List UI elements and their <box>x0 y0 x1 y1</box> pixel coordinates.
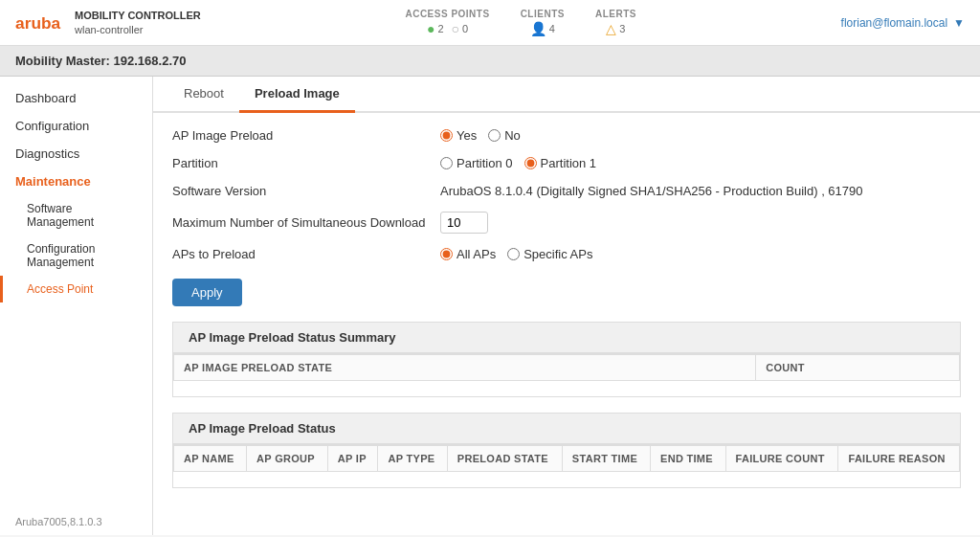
svg-text:aruba: aruba <box>15 13 61 33</box>
software-version-field: ArubaOS 8.1.0.4 (Digitally Signed SHA1/S… <box>440 184 863 198</box>
tab-preload-image[interactable]: Preload Image <box>239 77 355 113</box>
radio-no[interactable]: No <box>488 128 521 143</box>
summary-table-header-row: AP IMAGE PRELOAD STATE COUNT <box>174 355 960 381</box>
radio-specific-aps[interactable]: Specific APs <box>507 247 592 261</box>
col-ap-ip: AP IP <box>327 446 378 472</box>
sidebar-item-diagnostics[interactable]: Diagnostics <box>0 140 152 168</box>
col-ap-type: AP TYPE <box>378 446 447 472</box>
clients-stat: CLIENTS 👤 4 <box>521 9 565 36</box>
summary-table: AP IMAGE PRELOAD STATE COUNT <box>173 354 960 381</box>
aps-preload-label: APs to Preload <box>172 247 440 261</box>
sidebar-item-dashboard[interactable]: Dashboard <box>0 84 152 112</box>
sidebar-item-access-point[interactable]: Access Point <box>0 276 152 302</box>
tabs: Reboot Preload Image <box>153 77 980 113</box>
chevron-down-icon: ▼ <box>953 16 965 30</box>
max-downloads-row: Maximum Number of Simultaneous Download <box>172 212 961 234</box>
col-ap-name: AP NAME <box>174 446 247 472</box>
summary-col-state: AP IMAGE PRELOAD STATE <box>174 355 756 381</box>
clients-icon: 👤 <box>530 21 546 36</box>
software-version-value: ArubaOS 8.1.0.4 (Digitally Signed SHA1/S… <box>440 184 863 198</box>
radio-no-input[interactable] <box>488 129 501 142</box>
radio-yes[interactable]: Yes <box>440 128 477 143</box>
sidebar-version: Aruba7005,8.1.0.3 <box>0 508 152 535</box>
col-start-time: START TIME <box>562 446 650 472</box>
sidebar-item-configuration[interactable]: Configuration <box>0 112 152 140</box>
radio-all-aps[interactable]: All APs <box>440 247 496 261</box>
max-downloads-label: Maximum Number of Simultaneous Download <box>172 215 440 230</box>
main-content: Reboot Preload Image AP Image Preload Ye… <box>153 77 980 535</box>
content-area: AP Image Preload Yes No Partition <box>153 113 980 503</box>
col-failure-count: FAILURE COUNT <box>725 446 838 472</box>
ap-image-preload-label: AP Image Preload <box>172 128 440 143</box>
aps-preload-field: All APs Specific APs <box>440 247 592 261</box>
status-section-header: AP Image Preload Status <box>172 413 961 444</box>
max-downloads-field <box>440 212 488 234</box>
logo-text: MOBILITY CONTROLLER wlan-controller <box>75 9 201 36</box>
col-preload-state: PRELOAD STATE <box>447 446 562 472</box>
partition-label: Partition <box>172 156 440 170</box>
aps-preload-row: APs to Preload All APs Specific APs <box>172 247 961 261</box>
header: aruba MOBILITY CONTROLLER wlan-controlle… <box>0 0 980 46</box>
status-table-header-row: AP NAME AP GROUP AP IP AP TYPE PRELOAD S… <box>174 446 960 472</box>
col-failure-reason: FAILURE REASON <box>838 446 960 472</box>
radio-all-aps-input[interactable] <box>440 248 453 260</box>
col-end-time: END TIME <box>651 446 726 472</box>
user-menu[interactable]: florian@flomain.local ▼ <box>841 16 965 30</box>
radio-partition1[interactable]: Partition 1 <box>524 156 597 170</box>
software-version-row: Software Version ArubaOS 8.1.0.4 (Digita… <box>172 184 961 198</box>
partition-field: Partition 0 Partition 1 <box>440 156 596 170</box>
ap-image-preload-row: AP Image Preload Yes No <box>172 128 961 143</box>
sidebar-item-config-management[interactable]: Configuration Management <box>0 235 152 276</box>
ap-online-icon: ● <box>427 21 434 36</box>
summary-col-count: COUNT <box>756 355 960 381</box>
max-downloads-input[interactable] <box>440 212 488 234</box>
summary-section-header: AP Image Preload Status Summary <box>172 322 961 353</box>
header-stats: ACCESS POINTS ● 2 ○ 0 CLIENTS 👤 4 <box>201 9 841 36</box>
status-table-container: AP NAME AP GROUP AP IP AP TYPE PRELOAD S… <box>172 444 961 488</box>
radio-partition0[interactable]: Partition 0 <box>440 156 513 170</box>
status-table: AP NAME AP GROUP AP IP AP TYPE PRELOAD S… <box>173 445 960 472</box>
apply-button[interactable]: Apply <box>172 279 242 306</box>
radio-partition1-input[interactable] <box>524 157 537 169</box>
layout: Dashboard Configuration Diagnostics Main… <box>0 77 980 535</box>
alerts-stat: ALERTS △ 3 <box>595 9 636 36</box>
tab-reboot[interactable]: Reboot <box>168 77 239 113</box>
sidebar-item-software-management[interactable]: Software Management <box>0 195 152 235</box>
sub-header: Mobility Master: 192.168.2.70 <box>0 46 980 77</box>
access-points-stat: ACCESS POINTS ● 2 ○ 0 <box>405 9 489 36</box>
col-ap-group: AP GROUP <box>247 446 328 472</box>
radio-specific-aps-input[interactable] <box>507 248 520 260</box>
ap-image-preload-field: Yes No <box>440 128 521 143</box>
software-version-label: Software Version <box>172 184 440 198</box>
ap-offline-icon: ○ <box>452 21 459 36</box>
radio-partition0-input[interactable] <box>440 157 453 169</box>
sidebar-nav: Dashboard Configuration Diagnostics Main… <box>0 84 152 302</box>
radio-yes-input[interactable] <box>440 129 453 142</box>
alerts-icon: △ <box>606 21 616 36</box>
sidebar-item-maintenance[interactable]: Maintenance <box>0 168 152 195</box>
sidebar: Dashboard Configuration Diagnostics Main… <box>0 77 153 535</box>
logo-area: aruba MOBILITY CONTROLLER wlan-controlle… <box>15 9 201 36</box>
aruba-logo: aruba <box>15 10 65 36</box>
partition-row: Partition Partition 0 Partition 1 <box>172 156 961 170</box>
summary-table-container: AP IMAGE PRELOAD STATE COUNT <box>172 353 961 397</box>
